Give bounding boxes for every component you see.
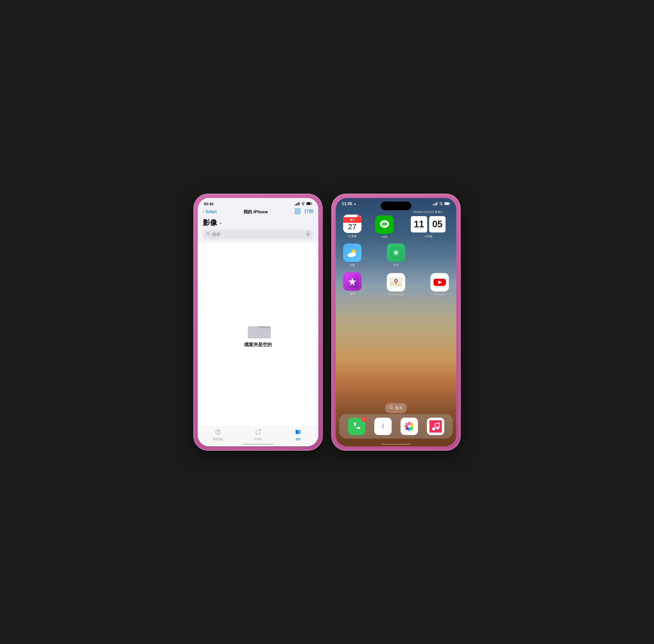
right-phone-screen: 11:05 ▲	[336, 198, 456, 446]
search-bar[interactable]	[203, 230, 313, 239]
status-icons-left	[295, 202, 312, 206]
line-logo	[379, 218, 390, 230]
line-label: LINE	[381, 235, 387, 238]
calendar-label: 行事曆	[348, 234, 357, 238]
music-svg	[429, 420, 442, 433]
app-row-1: 週三 27 4 行事曆	[341, 210, 451, 238]
app-youtube[interactable]: YouTube	[428, 273, 451, 296]
files-navbar: ‹ Safari 我的 iPhone	[198, 207, 318, 242]
tab-recent[interactable]: 最近項目	[198, 429, 238, 441]
svg-point-56	[408, 425, 411, 428]
tab-recent-label: 最近項目	[213, 438, 223, 441]
back-label: Safari	[205, 209, 217, 214]
phone-badge: 1	[361, 417, 366, 422]
svg-line-40	[392, 408, 393, 409]
left-phone: 02:42	[194, 194, 322, 450]
recent-icon	[215, 429, 221, 437]
svg-rect-4	[298, 209, 300, 211]
find-icon	[387, 244, 405, 262]
back-button[interactable]: ‹ Safari	[203, 209, 217, 214]
youtube-label: YouTube	[434, 293, 445, 296]
youtube-icon	[430, 273, 449, 292]
clock-minute: 05	[429, 216, 446, 232]
tab-browse-label: 瀏覽	[296, 438, 301, 441]
left-phone-screen: 02:42	[198, 198, 318, 446]
clock-widget: 11 05	[405, 216, 451, 232]
svg-point-58	[432, 428, 435, 431]
app-line[interactable]: LINE	[373, 215, 396, 238]
browse-icon	[295, 429, 301, 437]
home-search-bar[interactable]: 搜尋	[385, 403, 407, 413]
weather-icon	[343, 244, 361, 262]
search-icon	[206, 232, 210, 237]
svg-rect-6	[298, 212, 300, 214]
phone-svg	[352, 421, 361, 431]
svg-rect-17	[445, 203, 449, 205]
app-row-2: 天氣	[341, 244, 451, 267]
weather-svg	[346, 247, 358, 259]
safari-svg	[377, 421, 388, 432]
app-find[interactable]: 尋找	[384, 244, 407, 267]
tab-browse[interactable]: 瀏覽	[278, 429, 318, 441]
dock-safari[interactable]	[374, 418, 392, 435]
svg-rect-5	[295, 212, 297, 214]
shortcuts-label: 捷徑	[349, 292, 355, 296]
files-empty-content: 檔案夾是空的	[198, 242, 318, 427]
svg-rect-1	[307, 203, 310, 205]
empty-message: 檔案夾是空的	[244, 342, 272, 348]
status-bar-left: 02:42	[198, 198, 318, 207]
dock-photos[interactable]	[401, 418, 418, 435]
svg-rect-3	[295, 209, 297, 211]
weather-label: 天氣	[349, 263, 355, 267]
app-row-3: 捷徑	[341, 272, 451, 296]
dock-phone[interactable]: 1	[348, 418, 365, 435]
maps-label: Google Maps	[387, 293, 404, 296]
search-input[interactable]	[212, 232, 304, 237]
photos-svg	[403, 420, 415, 433]
open-button[interactable]: 打開	[305, 208, 313, 215]
tab-bar-left: 最近項目 已共享	[198, 427, 318, 446]
svg-rect-9	[307, 232, 309, 234]
svg-line-8	[209, 235, 210, 235]
app-weather[interactable]: 天氣	[341, 244, 364, 267]
home-content: 週三 27 4 行事曆	[336, 208, 456, 296]
home-indicator-right	[381, 444, 411, 445]
calendar-badge: 4	[357, 214, 361, 218]
svg-point-27	[348, 254, 352, 257]
youtube-svg	[432, 275, 447, 290]
svg-rect-14	[248, 328, 271, 339]
maps-svg	[389, 275, 403, 290]
home-indicator-left	[243, 444, 273, 445]
app-calendar[interactable]: 週三 27 4 行事曆	[341, 214, 364, 238]
chevron-down-icon: ⌄	[219, 220, 222, 225]
grid-view-button[interactable]	[295, 208, 300, 215]
mic-icon	[306, 232, 310, 237]
signal-icon-right	[433, 202, 437, 205]
right-phone: 11:05 ▲	[332, 194, 460, 450]
dock: 1	[339, 414, 453, 439]
shared-icon	[255, 429, 261, 437]
wifi-icon-right	[439, 202, 443, 206]
right-side-widget: 2024年11月27日 星期三 11 05 小時鐘	[405, 210, 451, 238]
dock-music[interactable]	[427, 418, 444, 435]
calendar-day: 27	[348, 223, 356, 230]
location-icon: ▲	[353, 202, 356, 206]
search-area: 搜尋	[336, 403, 456, 413]
svg-rect-57	[429, 420, 442, 433]
wifi-icon	[301, 202, 305, 206]
nav-title: 我的 iPhone	[244, 209, 268, 215]
svg-point-35	[395, 280, 397, 281]
time-left: 02:42	[204, 202, 213, 206]
app-maps[interactable]: Google Maps	[384, 273, 407, 296]
app-shortcuts[interactable]: 捷徑	[341, 272, 364, 296]
home-screen: 11:05 ▲	[336, 198, 456, 446]
search-icon-home	[389, 406, 393, 410]
home-search-placeholder: 搜尋	[395, 406, 403, 411]
battery-icon-right	[445, 202, 450, 206]
files-app: 02:42	[198, 198, 318, 446]
empty-folder-icon	[248, 321, 268, 338]
shortcuts-svg	[346, 275, 358, 288]
find-svg	[390, 247, 402, 259]
tab-shared[interactable]: 已共享	[238, 429, 278, 441]
clock-hour: 11	[411, 216, 427, 232]
